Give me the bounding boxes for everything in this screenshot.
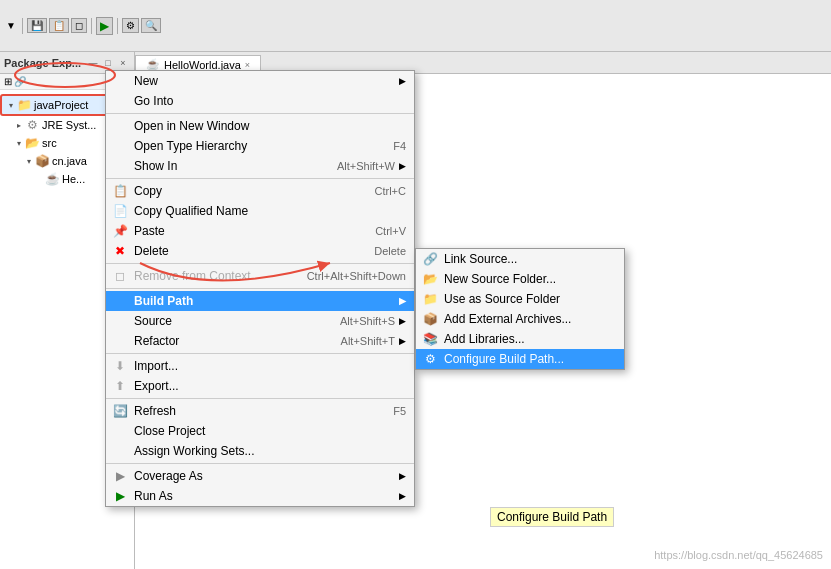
tooltip-text: Configure Build Path xyxy=(497,510,607,524)
submenu-item-addexternal[interactable]: 📦 Add External Archives... xyxy=(416,309,624,329)
menu-item-source[interactable]: Source Alt+Shift+S ▶ xyxy=(106,311,414,331)
submenu-item-newsourcefolder[interactable]: 📂 New Source Folder... xyxy=(416,269,624,289)
toolbar-separator-3 xyxy=(117,18,118,34)
menu-item-copy[interactable]: 📋 Copy Ctrl+C xyxy=(106,181,414,201)
build-path-submenu: 🔗 Link Source... 📂 New Source Folder... … xyxy=(415,248,625,370)
toolbar-row-1: ▼ 💾 📋 ◻ ▶ ⚙ 🔍 xyxy=(4,17,827,35)
import-icon: ⬇ xyxy=(112,358,128,374)
java-file-icon: ☕ xyxy=(44,171,60,187)
menu-item-import[interactable]: ⬇ Import... xyxy=(106,356,414,376)
menu-label-new: New xyxy=(134,74,158,88)
menu-label-runas: Run As xyxy=(134,489,173,503)
collapse-all-btn[interactable]: ⊞ xyxy=(4,76,12,87)
toolbar-btn-1[interactable]: ▼ xyxy=(4,20,18,31)
shortcut-refresh: F5 xyxy=(393,405,406,417)
link-with-editor-btn[interactable]: 🔗 xyxy=(14,76,26,87)
run-icon: ▶ xyxy=(112,488,128,504)
shortcut-paste: Ctrl+V xyxy=(375,225,406,237)
toolbar-btn-2[interactable]: 📋 xyxy=(49,18,69,33)
context-menu: New ▶ Go Into Open in New Window Open Ty… xyxy=(105,70,415,507)
menu-label-openwindow: Open in New Window xyxy=(134,119,249,133)
menu-sep-1 xyxy=(106,113,414,114)
tree-arrow-src[interactable]: ▾ xyxy=(14,138,24,148)
menu-item-export[interactable]: ⬆ Export... xyxy=(106,376,414,396)
shortcut-copy: Ctrl+C xyxy=(375,185,406,197)
menu-sep-7 xyxy=(106,463,414,464)
editor-tab-close-btn[interactable]: × xyxy=(245,60,250,70)
tree-label-cnJava: cn.java xyxy=(52,155,87,167)
menu-item-coverageas[interactable]: ▶ Coverage As ▶ xyxy=(106,466,414,486)
submenu-label-addexternal: Add External Archives... xyxy=(444,312,571,326)
submenu-label-linksource: Link Source... xyxy=(444,252,517,266)
submenu-arrow-source: ▶ xyxy=(399,316,406,326)
copy2-icon: 📄 xyxy=(112,203,128,219)
shortcut-source: Alt+Shift+S xyxy=(340,315,395,327)
tooltip-configure-buildpath: Configure Build Path xyxy=(490,507,614,527)
menu-item-copyqualified[interactable]: 📄 Copy Qualified Name xyxy=(106,201,414,221)
shortcut-removectx: Ctrl+Alt+Shift+Down xyxy=(307,270,406,282)
delete-icon: ✖ xyxy=(112,243,128,259)
tree-label-src: src xyxy=(42,137,57,149)
paste-icon: 📌 xyxy=(112,223,128,239)
coverage-icon: ▶ xyxy=(112,468,128,484)
copy-icon: 📋 xyxy=(112,183,128,199)
submenu-arrow-showin: ▶ xyxy=(399,161,406,171)
menu-item-refresh[interactable]: 🔄 Refresh F5 xyxy=(106,401,414,421)
menu-label-coverageas: Coverage As xyxy=(134,469,203,483)
tree-arrow-javaProject[interactable]: ▾ xyxy=(6,100,16,110)
menu-item-paste[interactable]: 📌 Paste Ctrl+V xyxy=(106,221,414,241)
minimize-view-btn[interactable]: — xyxy=(86,56,100,70)
menu-label-closeproject: Close Project xyxy=(134,424,205,438)
tree-arrow-cnJava[interactable]: ▾ xyxy=(24,156,34,166)
menu-item-delete[interactable]: ✖ Delete Delete xyxy=(106,241,414,261)
toolbar-btn-save[interactable]: 💾 xyxy=(27,18,47,33)
menu-label-copy: Copy xyxy=(134,184,162,198)
submenu-item-addlibraries[interactable]: 📚 Add Libraries... xyxy=(416,329,624,349)
maximize-view-btn[interactable]: □ xyxy=(101,56,115,70)
menu-item-closeproject[interactable]: Close Project xyxy=(106,421,414,441)
toolbar-btn-6[interactable]: 🔍 xyxy=(141,18,161,33)
menu-label-workingsets: Assign Working Sets... xyxy=(134,444,255,458)
tree-label-hello: He... xyxy=(62,173,85,185)
close-view-btn[interactable]: × xyxy=(116,56,130,70)
tree-no-arrow-hello xyxy=(34,174,44,184)
toolbar-btn-5[interactable]: ⚙ xyxy=(122,18,139,33)
menu-label-delete: Delete xyxy=(134,244,169,258)
submenu-arrow-new: ▶ xyxy=(399,76,406,86)
toolbar-separator-1 xyxy=(22,18,23,34)
toolbar-separator-2 xyxy=(91,18,92,34)
menu-item-removectx[interactable]: ◻ Remove from Context Ctrl+Alt+Shift+Dow… xyxy=(106,266,414,286)
menu-item-openwindow[interactable]: Open in New Window xyxy=(106,116,414,136)
menu-label-copyqualified: Copy Qualified Name xyxy=(134,204,248,218)
menu-item-refactor[interactable]: Refactor Alt+Shift+T ▶ xyxy=(106,331,414,351)
menu-label-gointo: Go Into xyxy=(134,94,173,108)
menu-item-typehierarchy[interactable]: Open Type Hierarchy F4 xyxy=(106,136,414,156)
menu-item-gointo[interactable]: Go Into xyxy=(106,91,414,111)
tree-arrow-jreSys[interactable]: ▸ xyxy=(14,120,24,130)
submenu-item-configurebuildpath[interactable]: ⚙ Configure Build Path... xyxy=(416,349,624,369)
toolbar-btn-4[interactable]: ▶ xyxy=(96,17,113,35)
menu-item-runas[interactable]: ▶ Run As ▶ xyxy=(106,486,414,506)
shortcut-delete: Delete xyxy=(374,245,406,257)
package-icon: 📦 xyxy=(34,153,50,169)
menu-sep-5 xyxy=(106,353,414,354)
export-icon: ⬆ xyxy=(112,378,128,394)
menu-label-removectx: Remove from Context xyxy=(134,269,251,283)
menu-label-refresh: Refresh xyxy=(134,404,176,418)
menu-item-workingsets[interactable]: Assign Working Sets... xyxy=(106,441,414,461)
shortcut-refactor: Alt+Shift+T xyxy=(341,335,395,347)
submenu-arrow-coverage: ▶ xyxy=(399,471,406,481)
refresh-icon: 🔄 xyxy=(112,403,128,419)
add-libraries-icon: 📚 xyxy=(422,331,438,347)
menu-item-new[interactable]: New ▶ xyxy=(106,71,414,91)
submenu-item-linksource[interactable]: 🔗 Link Source... xyxy=(416,249,624,269)
view-actions: — □ × xyxy=(86,56,130,70)
submenu-item-usesourcefolder[interactable]: 📁 Use as Source Folder xyxy=(416,289,624,309)
menu-label-source: Source xyxy=(134,314,172,328)
menu-item-buildpath[interactable]: Build Path ▶ xyxy=(106,291,414,311)
menu-item-showin[interactable]: Show In Alt+Shift+W ▶ xyxy=(106,156,414,176)
project-icon: 📁 xyxy=(16,97,32,113)
submenu-label-addlibraries: Add Libraries... xyxy=(444,332,525,346)
toolbar-btn-3[interactable]: ◻ xyxy=(71,18,87,33)
configure-buildpath-icon: ⚙ xyxy=(422,351,438,367)
